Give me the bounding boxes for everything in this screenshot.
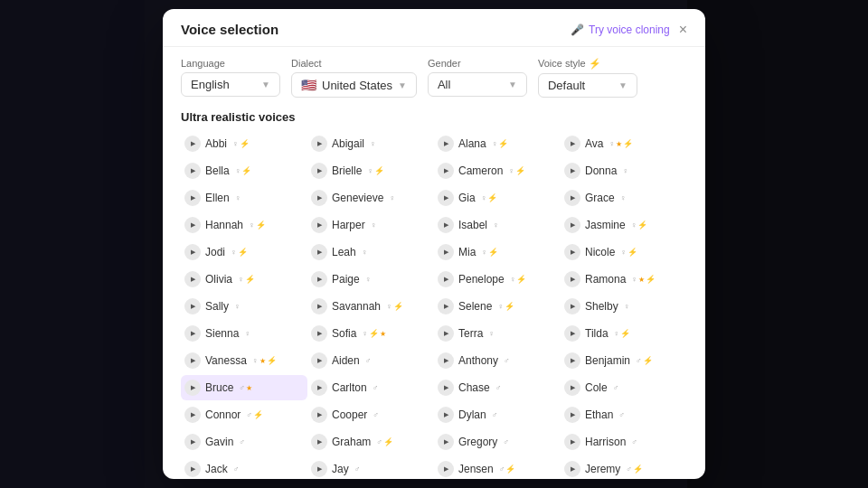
play-button[interactable]: ▶ — [311, 298, 327, 314]
play-button[interactable]: ▶ — [311, 271, 327, 287]
play-button[interactable]: ▶ — [311, 434, 327, 450]
voice-item[interactable]: ▶Dylan♂ — [434, 402, 561, 427]
play-button[interactable]: ▶ — [311, 163, 327, 179]
voice-item[interactable]: ▶Donna♀ — [561, 158, 687, 183]
play-button[interactable]: ▶ — [438, 163, 454, 179]
voice-item[interactable]: ▶Nicole♀⚡ — [561, 239, 687, 265]
voice-item[interactable]: ▶Ramona♀★⚡ — [561, 267, 687, 292]
play-button[interactable]: ▶ — [564, 380, 580, 396]
play-button[interactable]: ▶ — [184, 325, 201, 342]
play-button[interactable]: ▶ — [311, 244, 327, 260]
play-button[interactable]: ▶ — [564, 136, 580, 152]
gender-select[interactable]: All ▼ — [428, 72, 527, 97]
voice-item[interactable]: ▶Harper♀ — [307, 212, 434, 238]
voice-item[interactable]: ▶Ava♀★⚡ — [561, 131, 687, 156]
play-button[interactable]: ▶ — [184, 407, 201, 423]
play-button[interactable]: ▶ — [311, 217, 327, 233]
voice-item[interactable]: ▶Sienna♀ — [181, 321, 307, 346]
voice-item[interactable]: ▶Carlton♂ — [307, 375, 434, 400]
play-button[interactable]: ▶ — [184, 298, 201, 314]
voice-item[interactable]: ▶Jay♂ — [307, 456, 434, 479]
voice-item[interactable]: ▶Mia♀⚡ — [434, 239, 561, 265]
voice-item[interactable]: ▶Sofia♀⚡★ — [307, 321, 434, 346]
voice-item[interactable]: ▶Brielle♀⚡ — [307, 158, 434, 183]
voice-item[interactable]: ▶Abbi♀⚡ — [181, 131, 307, 156]
play-button[interactable]: ▶ — [438, 434, 454, 450]
voice-style-select[interactable]: Default ▼ — [538, 73, 637, 98]
voice-item[interactable]: ▶Jodi♀⚡ — [181, 239, 307, 265]
try-voice-cloning-button[interactable]: 🎤 Try voice cloning — [571, 23, 670, 36]
voice-item[interactable]: ▶Gavin♂ — [181, 429, 307, 455]
voice-item[interactable]: ▶Isabel♀ — [434, 212, 561, 238]
language-select[interactable]: English ▼ — [181, 72, 280, 97]
play-button[interactable]: ▶ — [311, 461, 327, 477]
play-button[interactable]: ▶ — [311, 380, 327, 396]
play-button[interactable]: ▶ — [438, 325, 454, 342]
voice-item[interactable]: ▶Cooper♂ — [307, 402, 434, 427]
play-button[interactable]: ▶ — [184, 271, 201, 287]
voices-container[interactable]: ▶Abbi♀⚡▶Abigail♀▶Alana♀⚡▶Ava♀★⚡▶Bella♀⚡▶… — [163, 131, 705, 479]
play-button[interactable]: ▶ — [564, 407, 580, 423]
play-button[interactable]: ▶ — [564, 163, 580, 179]
voice-item[interactable]: ▶Jeremy♂⚡ — [561, 456, 687, 479]
voice-item[interactable]: ▶Grace♀ — [561, 185, 687, 211]
play-button[interactable]: ▶ — [438, 380, 454, 396]
play-button[interactable]: ▶ — [311, 407, 327, 423]
play-button[interactable]: ▶ — [184, 461, 201, 477]
play-button[interactable]: ▶ — [438, 190, 454, 206]
voice-item[interactable]: ▶Gregory♂ — [434, 429, 561, 455]
voice-item[interactable]: ▶Leah♀ — [307, 239, 434, 265]
voice-item[interactable]: ▶Tilda♀⚡ — [561, 321, 687, 346]
play-button[interactable]: ▶ — [184, 190, 201, 206]
voice-item[interactable]: ▶Connor♂⚡ — [181, 402, 307, 427]
play-button[interactable]: ▶ — [564, 190, 580, 206]
voice-item[interactable]: ▶Shelby♀ — [561, 294, 687, 319]
play-button[interactable]: ▶ — [564, 271, 580, 287]
play-button[interactable]: ▶ — [564, 298, 580, 314]
voice-item[interactable]: ▶Cole♂ — [561, 375, 687, 400]
play-button[interactable]: ▶ — [438, 244, 454, 260]
voice-item[interactable]: ▶Graham♂⚡ — [307, 429, 434, 455]
voice-item[interactable]: ▶Jack♂ — [181, 456, 307, 479]
play-button[interactable]: ▶ — [184, 434, 201, 450]
voice-item[interactable]: ▶Alana♀⚡ — [434, 131, 561, 156]
voice-item[interactable]: ▶Sally♀ — [181, 294, 307, 319]
play-button[interactable]: ▶ — [311, 190, 327, 206]
voice-item[interactable]: ▶Hannah♀⚡ — [181, 212, 307, 238]
play-button[interactable]: ▶ — [564, 244, 580, 260]
play-button[interactable]: ▶ — [438, 136, 454, 152]
voice-item[interactable]: ▶Benjamin♂⚡ — [561, 348, 687, 373]
voice-item[interactable]: ▶Terra♀ — [434, 321, 561, 346]
voice-item[interactable]: ▶Aiden♂ — [307, 348, 434, 373]
voice-item[interactable]: ▶Savannah♀⚡ — [307, 294, 434, 319]
voice-item[interactable]: ▶Gia♀⚡ — [434, 185, 561, 211]
play-button[interactable]: ▶ — [438, 461, 454, 477]
play-button[interactable]: ▶ — [438, 298, 454, 314]
play-button[interactable]: ▶ — [184, 352, 201, 369]
play-button[interactable]: ▶ — [564, 434, 580, 450]
voice-item[interactable]: ▶Bruce♂★ — [181, 375, 307, 400]
play-button[interactable]: ▶ — [311, 352, 327, 369]
play-button[interactable]: ▶ — [438, 217, 454, 233]
voice-item[interactable]: ▶Anthony♂ — [434, 348, 561, 373]
play-button[interactable]: ▶ — [438, 271, 454, 287]
voice-item[interactable]: ▶Genevieve♀ — [307, 185, 434, 211]
voice-item[interactable]: ▶Chase♂ — [434, 375, 561, 400]
voice-item[interactable]: ▶Vanessa♀★⚡ — [181, 348, 307, 373]
voice-item[interactable]: ▶Jasmine♀⚡ — [561, 212, 687, 238]
voice-item[interactable]: ▶Jensen♂⚡ — [434, 456, 561, 479]
voice-item[interactable]: ▶Cameron♀⚡ — [434, 158, 561, 183]
play-button[interactable]: ▶ — [184, 217, 201, 233]
play-button[interactable]: ▶ — [311, 136, 327, 152]
play-button[interactable]: ▶ — [184, 136, 201, 152]
play-button[interactable]: ▶ — [438, 407, 454, 423]
voice-item[interactable]: ▶Harrison♂ — [561, 429, 687, 455]
play-button[interactable]: ▶ — [564, 217, 580, 233]
play-button[interactable]: ▶ — [438, 352, 454, 369]
voice-item[interactable]: ▶Abigail♀ — [307, 131, 434, 156]
voice-item[interactable]: ▶Penelope♀⚡ — [434, 267, 561, 292]
voice-item[interactable]: ▶Olivia♀⚡ — [181, 267, 307, 292]
play-button[interactable]: ▶ — [564, 352, 580, 369]
play-button[interactable]: ▶ — [564, 325, 580, 342]
voice-item[interactable]: ▶Ellen♀ — [181, 185, 307, 211]
